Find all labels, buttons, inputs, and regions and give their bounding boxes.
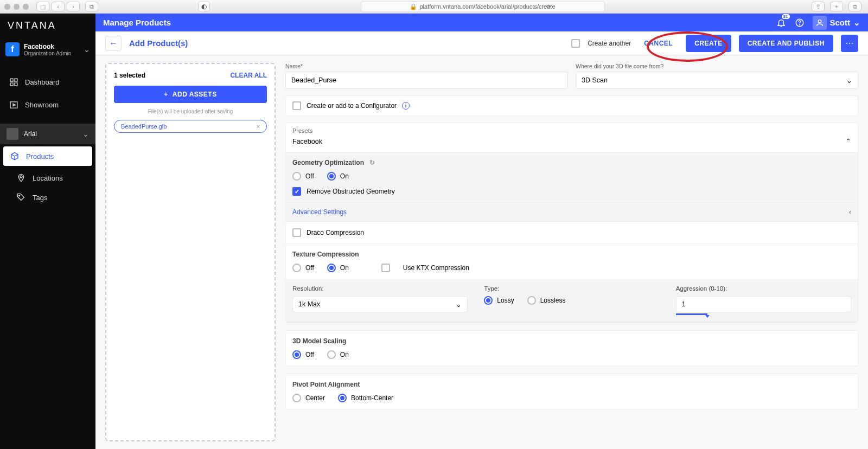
refresh-icon[interactable]: ↻ bbox=[369, 159, 375, 166]
help-icon bbox=[795, 18, 805, 28]
cube-icon bbox=[10, 152, 20, 161]
tex-on-radio[interactable]: On bbox=[327, 264, 349, 272]
aggression-input[interactable] bbox=[676, 296, 851, 312]
address-bar[interactable]: 🔒 platform.vntana.com/facebook/arial/pro… bbox=[361, 1, 605, 12]
file-chip[interactable]: BeadedPurse.glb × bbox=[114, 120, 267, 133]
share-icon[interactable]: ⇪ bbox=[812, 2, 825, 11]
page-title: Manage Products bbox=[103, 18, 171, 27]
source-select[interactable]: 3D Scan ⌄ bbox=[576, 72, 858, 89]
geom-on-radio[interactable]: On bbox=[327, 172, 349, 181]
svg-point-10 bbox=[818, 20, 821, 22]
pivot-bottom-radio[interactable]: Bottom-Center bbox=[338, 394, 393, 402]
reader-icon[interactable]: ◐ bbox=[198, 2, 210, 11]
geom-off-radio[interactable]: Off bbox=[292, 172, 314, 181]
chevron-up-icon: ⌃ bbox=[845, 137, 851, 145]
traffic-lights bbox=[4, 4, 29, 10]
sidebar: VNTANA f Facebook Organization Admin ⌄ D… bbox=[0, 14, 95, 449]
source-label: Where did your 3D file come from? bbox=[576, 63, 858, 69]
workspace-selector[interactable]: Arial ⌄ bbox=[0, 124, 95, 144]
back-button[interactable]: ← bbox=[105, 36, 122, 51]
new-tab-icon[interactable]: + bbox=[830, 2, 843, 11]
clear-all-button[interactable]: CLEAR ALL bbox=[230, 72, 267, 79]
plus-icon: + bbox=[164, 91, 168, 98]
lossy-radio[interactable]: Lossy bbox=[484, 296, 514, 305]
name-input[interactable] bbox=[285, 72, 568, 89]
nav-dashboard[interactable]: Dashboard bbox=[0, 70, 95, 93]
facebook-icon: f bbox=[5, 42, 20, 56]
ktx-checkbox[interactable] bbox=[381, 264, 390, 272]
tex-off-radio[interactable]: Off bbox=[292, 264, 314, 272]
chevron-down-icon: ⌄ bbox=[456, 300, 462, 309]
avatar-icon bbox=[813, 16, 827, 30]
lossless-radio[interactable]: Lossless bbox=[527, 296, 566, 305]
dashboard-icon bbox=[9, 77, 18, 87]
resolution-select[interactable]: 1k Max ⌄ bbox=[292, 296, 468, 312]
workspace-icon bbox=[7, 128, 18, 140]
nav-products[interactable]: Products bbox=[3, 146, 92, 166]
name-label: Name* bbox=[285, 63, 568, 69]
assets-panel: 1 selected CLEAR ALL + ADD ASSETS File(s… bbox=[105, 63, 276, 441]
browser-chrome: ▢ ‹ › ⧉ ◐ 🔒 platform.vntana.com/facebook… bbox=[0, 0, 868, 14]
showroom-icon bbox=[9, 100, 18, 110]
brand-logo: VNTANA bbox=[0, 14, 95, 38]
cancel-button[interactable]: CANCEL bbox=[639, 35, 678, 52]
selected-count: 1 selected bbox=[114, 72, 145, 79]
geometry-section: Geometry Optimization ↻ Off On Remove Ob… bbox=[286, 152, 858, 203]
user-menu[interactable]: Scott ⌄ bbox=[813, 16, 861, 30]
tabs-icon[interactable]: ⧉ bbox=[85, 2, 98, 11]
svg-rect-0 bbox=[10, 79, 13, 81]
svg-marker-5 bbox=[13, 104, 15, 106]
tabs-overview-icon[interactable]: ⧉ bbox=[848, 2, 861, 11]
bell-icon bbox=[776, 18, 786, 28]
topbar: Manage Products 31 Scott ⌄ bbox=[95, 14, 868, 31]
create-another-checkbox[interactable] bbox=[571, 39, 580, 48]
tag-icon bbox=[16, 193, 26, 202]
pivot-center-radio[interactable]: Center bbox=[292, 394, 325, 402]
configurator-checkbox[interactable] bbox=[292, 101, 301, 110]
nav-tags[interactable]: Tags bbox=[0, 188, 95, 207]
help-button[interactable] bbox=[792, 15, 807, 30]
location-icon bbox=[16, 174, 26, 182]
info-icon[interactable]: i bbox=[402, 102, 410, 110]
draco-checkbox[interactable] bbox=[292, 228, 301, 237]
svg-point-7 bbox=[19, 195, 20, 196]
more-button[interactable]: ⋯ bbox=[841, 35, 858, 52]
page-subtitle: Add Product(s) bbox=[129, 39, 188, 48]
forward-icon[interactable]: › bbox=[67, 2, 80, 11]
nav-showroom[interactable]: Showroom bbox=[0, 93, 95, 116]
back-icon[interactable]: ‹ bbox=[52, 2, 65, 11]
action-bar: ← Add Product(s) Create another CANCEL C… bbox=[95, 31, 868, 55]
remove-file-icon[interactable]: × bbox=[257, 123, 260, 130]
svg-point-6 bbox=[20, 176, 22, 178]
create-publish-button[interactable]: CREATE AND PUBLISH bbox=[739, 35, 833, 52]
chevron-left-icon: ‹ bbox=[849, 208, 851, 216]
svg-rect-2 bbox=[10, 82, 13, 85]
presets-label: Presets bbox=[286, 123, 858, 135]
chevron-down-icon: ⌄ bbox=[853, 18, 860, 28]
preset-select[interactable]: Facebook ⌃ bbox=[286, 135, 858, 152]
chevron-down-icon: ⌄ bbox=[846, 76, 852, 85]
org-name: Facebook bbox=[24, 43, 84, 50]
chevron-down-icon: ⌄ bbox=[84, 45, 90, 54]
product-form: Name* Where did your 3D file come from? … bbox=[285, 63, 858, 441]
svg-rect-3 bbox=[14, 82, 17, 85]
org-selector[interactable]: f Facebook Organization Admin ⌄ bbox=[0, 38, 95, 61]
svg-point-9 bbox=[799, 24, 800, 25]
scale-off-radio[interactable]: Off bbox=[292, 350, 314, 359]
add-assets-button[interactable]: + ADD ASSETS bbox=[114, 86, 267, 103]
configurator-label: Create or add to a Configurator bbox=[307, 102, 397, 110]
create-another-label: Create another bbox=[588, 40, 631, 47]
advanced-settings-toggle[interactable]: Advanced Settings ‹ bbox=[286, 203, 858, 222]
main: Manage Products 31 Scott ⌄ ← Add Product… bbox=[95, 14, 868, 449]
scale-on-radio[interactable]: On bbox=[327, 350, 349, 359]
create-button[interactable]: CREATE bbox=[686, 35, 731, 52]
chevron-down-icon: ⌄ bbox=[82, 130, 89, 138]
sidebar-toggle-icon[interactable]: ▢ bbox=[36, 2, 49, 11]
notifications-button[interactable]: 31 bbox=[774, 15, 789, 30]
svg-rect-1 bbox=[14, 79, 17, 81]
remove-obstructed-checkbox[interactable] bbox=[292, 187, 301, 196]
notif-badge: 31 bbox=[782, 14, 790, 19]
nav-locations[interactable]: Locations bbox=[0, 168, 95, 188]
presets-section: Presets Facebook ⌃ Geometry Optimization… bbox=[285, 123, 858, 323]
aggression-slider[interactable] bbox=[676, 313, 707, 315]
